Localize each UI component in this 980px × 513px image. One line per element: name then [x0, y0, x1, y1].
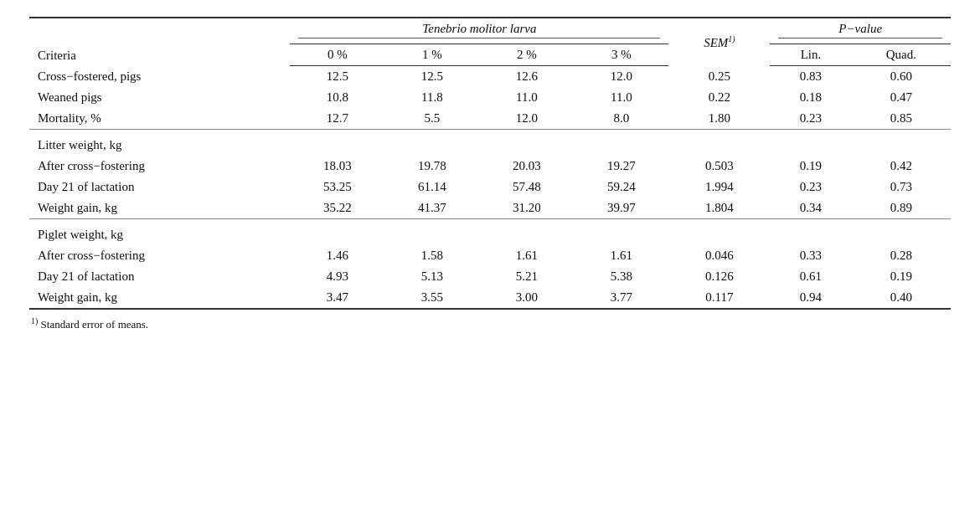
- table-row: Day 21 of lactation4.935.135.215.380.126…: [29, 266, 951, 287]
- val-1-cell: 41.37: [384, 198, 479, 219]
- val-2-cell: 1.61: [479, 245, 574, 266]
- val-1-cell: 61.14: [384, 177, 479, 198]
- footnote: 1) Standard error of means.: [29, 316, 951, 331]
- val-0-cell: 12.5: [290, 66, 384, 88]
- sem-cell: 1.80: [668, 108, 770, 130]
- quad-cell: 0.89: [852, 198, 951, 219]
- criteria-cell: Day 21 of lactation: [29, 266, 290, 287]
- val-3-cell: 12.0: [574, 66, 668, 88]
- pvalue-span: P−value: [778, 22, 942, 38]
- lin-cell: 0.33: [770, 245, 851, 266]
- val-0-cell: 35.22: [290, 198, 384, 219]
- lin-cell: 0.94: [770, 287, 851, 309]
- table-row: Day 21 of lactation53.2561.1457.4859.241…: [29, 177, 951, 198]
- pvalue-lin: Lin.: [770, 44, 851, 66]
- quad-cell: 0.85: [852, 108, 951, 130]
- val-1-cell: 1.58: [384, 245, 479, 266]
- lin-cell: 0.83: [770, 66, 851, 88]
- data-table: Criteria Tenebrio molitor larva SEM1) P−…: [29, 17, 951, 310]
- val-0-cell: 18.03: [290, 156, 384, 177]
- criteria-cell: Weight gain, kg: [29, 287, 290, 309]
- val-3-cell: 19.27: [574, 156, 668, 177]
- val-1-cell: 5.5: [384, 108, 479, 130]
- pvalue-quad: Quad.: [852, 44, 951, 66]
- lin-cell: 0.23: [770, 177, 851, 198]
- val-2-cell: 5.21: [479, 266, 574, 287]
- val-1-cell: 11.8: [384, 87, 479, 108]
- criteria-cell: Weaned pigs: [29, 87, 290, 108]
- val-0-cell: 53.25: [290, 177, 384, 198]
- criteria-cell: After cross−fostering: [29, 245, 290, 266]
- sem-sup: 1): [728, 34, 735, 44]
- criteria-cell: Mortality, %: [29, 108, 290, 130]
- sem-cell: 0.126: [668, 266, 770, 287]
- sem-cell: 1.804: [668, 198, 770, 219]
- val-2-cell: 3.00: [479, 287, 574, 309]
- table-row: After cross−fostering18.0319.7820.0319.2…: [29, 156, 951, 177]
- sem-cell: 0.046: [668, 245, 770, 266]
- val-3-cell: 5.38: [574, 266, 668, 287]
- table-wrapper: Criteria Tenebrio molitor larva SEM1) P−…: [29, 17, 951, 331]
- quad-cell: 0.19: [852, 266, 951, 287]
- conc-0: 0 %: [290, 44, 384, 66]
- criteria-cell: Day 21 of lactation: [29, 177, 290, 198]
- lin-cell: 0.34: [770, 198, 851, 219]
- section-header-cell: Piglet weight, kg: [29, 219, 951, 246]
- val-1-cell: 12.5: [384, 66, 479, 88]
- criteria-cell: Cross−fostered, pigs: [29, 66, 290, 88]
- quad-cell: 0.60: [852, 66, 951, 88]
- val-2-cell: 57.48: [479, 177, 574, 198]
- val-0-cell: 3.47: [290, 287, 384, 309]
- val-0-cell: 1.46: [290, 245, 384, 266]
- val-1-cell: 5.13: [384, 266, 479, 287]
- table-row: Mortality, %12.75.512.08.01.800.230.85: [29, 108, 951, 130]
- quad-cell: 0.73: [852, 177, 951, 198]
- table-row: Weight gain, kg35.2241.3731.2039.971.804…: [29, 198, 951, 219]
- val-3-cell: 8.0: [574, 108, 668, 130]
- val-0-cell: 10.8: [290, 87, 384, 108]
- criteria-cell: Weight gain, kg: [29, 198, 290, 219]
- val-1-cell: 19.78: [384, 156, 479, 177]
- val-1-cell: 3.55: [384, 287, 479, 309]
- val-2-cell: 12.0: [479, 108, 574, 130]
- table-row: Weight gain, kg3.473.553.003.770.1170.94…: [29, 287, 951, 309]
- lin-cell: 0.18: [770, 87, 851, 108]
- table-row: Cross−fostered, pigs12.512.512.612.00.25…: [29, 66, 951, 88]
- sem-cell: 0.117: [668, 287, 770, 309]
- table-row: After cross−fostering1.461.581.611.610.0…: [29, 245, 951, 266]
- conc-2: 2 %: [479, 44, 574, 66]
- lin-cell: 0.19: [770, 156, 851, 177]
- section-header-row: Piglet weight, kg: [29, 219, 951, 246]
- criteria-cell: After cross−fostering: [29, 156, 290, 177]
- sem-label: SEM: [704, 36, 728, 49]
- conc-3: 3 %: [574, 44, 668, 66]
- val-2-cell: 12.6: [479, 66, 574, 88]
- val-3-cell: 11.0: [574, 87, 668, 108]
- tenebrio-label-larva: larva: [510, 22, 537, 35]
- quad-cell: 0.28: [852, 245, 951, 266]
- section-header-cell: Litter weight, kg: [29, 130, 951, 156]
- tenebrio-header: Tenebrio molitor larva: [290, 18, 668, 44]
- quad-cell: 0.42: [852, 156, 951, 177]
- criteria-header: Criteria: [29, 18, 290, 66]
- sem-cell: 0.22: [668, 87, 770, 108]
- table-row: Weaned pigs10.811.811.011.00.220.180.47: [29, 87, 951, 108]
- conc-1: 1 %: [384, 44, 479, 66]
- val-2-cell: 31.20: [479, 198, 574, 219]
- tenebrio-label-italic: Tenebrio molitor: [422, 22, 507, 35]
- quad-cell: 0.40: [852, 287, 951, 309]
- footnote-sup: 1): [31, 316, 38, 326]
- footnote-text: Standard error of means.: [41, 318, 149, 331]
- val-0-cell: 12.7: [290, 108, 384, 130]
- quad-cell: 0.47: [852, 87, 951, 108]
- val-3-cell: 39.97: [574, 198, 668, 219]
- val-2-cell: 20.03: [479, 156, 574, 177]
- pvalue-header: P−value: [770, 18, 951, 44]
- sem-cell: 0.25: [668, 66, 770, 88]
- val-2-cell: 11.0: [479, 87, 574, 108]
- val-3-cell: 59.24: [574, 177, 668, 198]
- sem-cell: 1.994: [668, 177, 770, 198]
- lin-cell: 0.23: [770, 108, 851, 130]
- val-3-cell: 3.77: [574, 287, 668, 309]
- sem-header: SEM1): [668, 18, 770, 66]
